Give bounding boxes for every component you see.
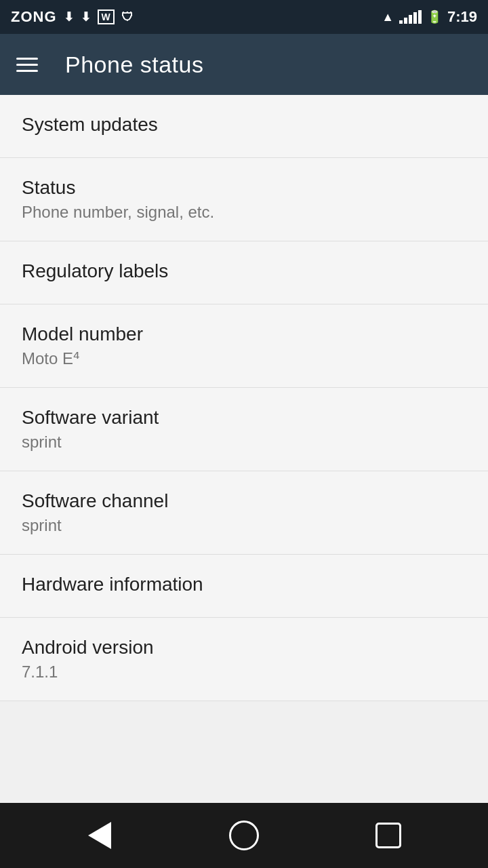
battery-icon: 🔋 <box>427 9 442 24</box>
list-item-title-software-variant: Software variant <box>22 407 466 429</box>
list-item-title-android-version: Android version <box>22 637 466 658</box>
time-display: 7:19 <box>447 8 477 26</box>
carrier-name: ZONG <box>11 8 57 26</box>
status-bar: ZONG ⬇ ⬇ W 🛡 ▲ 🔋 7:19 <box>0 0 488 34</box>
status-bar-left: ZONG ⬇ ⬇ W 🛡 <box>11 8 134 26</box>
settings-list: System updates Status Phone number, sign… <box>0 95 488 803</box>
list-item-title-regulatory-labels: Regulatory labels <box>22 260 466 282</box>
list-item-software-channel[interactable]: Software channel sprint <box>0 471 488 555</box>
home-icon <box>229 821 259 850</box>
home-button[interactable] <box>224 815 264 856</box>
menu-button[interactable] <box>16 58 38 72</box>
list-item-subtitle-software-channel: sprint <box>22 516 466 535</box>
download-icon-2: ⬇ <box>81 9 91 24</box>
page-title: Phone status <box>65 52 203 78</box>
list-item-subtitle-status: Phone number, signal, etc. <box>22 203 466 222</box>
list-item-android-version[interactable]: Android version 7.1.1 <box>0 618 488 701</box>
recents-icon <box>375 823 401 848</box>
recents-button[interactable] <box>368 815 409 856</box>
wifi-icon: ▲ <box>382 10 394 24</box>
hamburger-line-2 <box>16 64 38 66</box>
list-item-subtitle-model-number: Moto E⁴ <box>22 349 466 368</box>
signal-bars-icon <box>399 10 422 24</box>
list-item-title-system-updates: System updates <box>22 114 466 136</box>
list-item-title-hardware-information: Hardware information <box>22 574 466 595</box>
download-icon-1: ⬇ <box>64 9 74 24</box>
list-item-title-status: Status <box>22 177 466 199</box>
list-item-system-updates[interactable]: System updates <box>0 95 488 158</box>
hamburger-line-1 <box>16 58 38 60</box>
list-item-subtitle-software-variant: sprint <box>22 433 466 452</box>
shield-icon: 🛡 <box>121 10 134 24</box>
back-icon <box>88 822 111 849</box>
list-item-title-model-number: Model number <box>22 323 466 345</box>
list-item-title-software-channel: Software channel <box>22 490 466 512</box>
list-item-software-variant[interactable]: Software variant sprint <box>0 388 488 471</box>
back-button[interactable] <box>79 815 120 856</box>
word-icon: W <box>98 9 115 24</box>
navigation-bar <box>0 803 488 868</box>
list-item-subtitle-android-version: 7.1.1 <box>22 663 466 682</box>
toolbar: Phone status <box>0 34 488 95</box>
list-item-model-number[interactable]: Model number Moto E⁴ <box>0 304 488 388</box>
list-item-status[interactable]: Status Phone number, signal, etc. <box>0 158 488 241</box>
list-item-hardware-information[interactable]: Hardware information <box>0 555 488 618</box>
hamburger-line-3 <box>16 70 38 72</box>
list-item-regulatory-labels[interactable]: Regulatory labels <box>0 241 488 304</box>
status-bar-right: ▲ 🔋 7:19 <box>382 8 477 26</box>
